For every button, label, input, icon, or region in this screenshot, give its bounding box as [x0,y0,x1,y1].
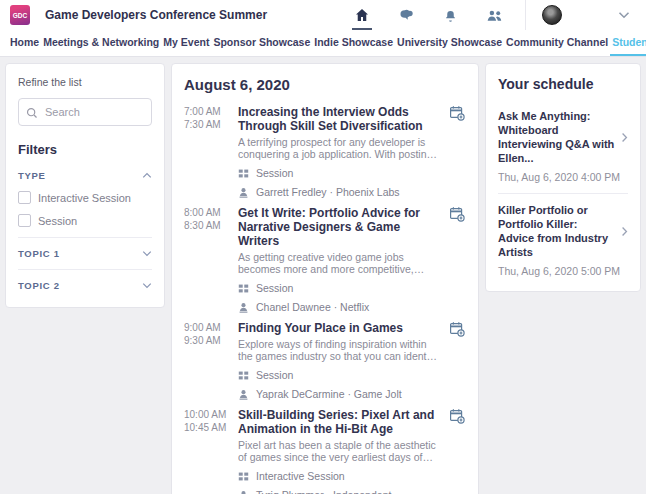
top-icons [329,0,505,30]
tab-university-showcase[interactable]: University Showcase [395,30,504,56]
session-type-label: Interactive Session [256,470,345,482]
schedule-item-datetime: Thu, Aug 6, 2020 4:00 PM [498,171,628,183]
filter-section-topic1-header[interactable]: TOPIC 1 [18,248,152,259]
tab-home[interactable]: Home [8,30,41,56]
session-time: 8:00 AM 8:30 AM [184,206,228,313]
chevron-up-icon [142,172,152,179]
date-heading: August 6, 2020 [184,76,466,93]
session-card[interactable]: 10:00 AM 10:45 AM Skill-Building Series:… [184,408,466,494]
person-icon [238,187,249,198]
grid-icon [238,471,249,482]
tab-student-channel[interactable]: Student Channel [610,30,646,56]
filter-section-type-header[interactable]: TYPE [18,170,152,181]
filters-panel: Refine the list Filters TYPE Interactive… [5,63,165,308]
search-icon [26,105,38,123]
home-icon[interactable] [351,0,373,30]
agenda-panel: August 6, 2020 7:00 AM 7:30 AM Increasin… [171,63,479,494]
app-title: Game Developers Conference Summer [45,8,267,22]
filter-section-type: TYPE Interactive Session Session [18,160,152,238]
interactive-session-checkbox[interactable] [18,191,31,204]
session-time-end: 9:30 AM [184,335,221,346]
grid-icon [238,283,249,294]
schedule-title: Your schedule [498,76,628,92]
grid-icon [238,370,249,381]
session-type-label: Session [256,167,293,179]
calendar-add-icon[interactable] [448,206,466,224]
schedule-item-title: Killer Portfolio or Portfolio Killer: Ad… [498,203,615,259]
session-time: 9:00 AM 9:30 AM [184,321,228,400]
session-time-start: 10:00 AM [184,409,226,420]
schedule-panel: Your schedule Ask Me Anything: Whiteboar… [485,63,641,292]
session-time: 7:00 AM 7:30 AM [184,105,228,198]
session-description: Pixel art has been a staple of the aesth… [238,439,438,463]
filter-section-type-label: TYPE [18,170,46,181]
session-time-start: 9:00 AM [184,322,221,333]
filter-option-interactive-session: Interactive Session [18,191,152,204]
session-title[interactable]: Get It Write: Portfolio Advice for Narra… [238,206,438,248]
tab-my-event[interactable]: My Event [161,30,211,56]
grid-icon [238,168,249,179]
filter-section-topic2: TOPIC 2 [18,270,152,301]
filter-section-topic2-label: TOPIC 2 [18,280,60,291]
schedule-item[interactable]: Killer Portfolio or Portfolio Killer: Ad… [498,194,628,279]
session-time-end: 10:45 AM [184,422,226,433]
filter-option-session: Session [18,214,152,227]
session-checkbox[interactable] [18,214,31,227]
search-input[interactable] [18,98,152,126]
session-title[interactable]: Increasing the Interview Odds Through Sk… [238,105,438,133]
session-card[interactable]: 9:00 AM 9:30 AM Finding Your Place in Ga… [184,321,466,400]
session-time: 10:00 AM 10:45 AM [184,408,228,494]
chevron-down-icon [142,250,152,257]
session-speaker: Chanel Dawnee · Netflix [256,301,369,313]
session-time-start: 8:00 AM [184,207,221,218]
tab-indie-showcase[interactable]: Indie Showcase [312,30,395,56]
tab-sponsor-showcase[interactable]: Sponsor Showcase [211,30,312,56]
people-icon[interactable] [483,0,505,30]
session-type-label: Session [256,282,293,294]
session-speaker: Garrett Fredley · Phoenix Labs [256,186,400,198]
schedule-item-title: Ask Me Anything: Whiteboard Interviewing… [498,109,615,165]
session-title[interactable]: Finding Your Place in Games [238,321,438,335]
chevron-down-icon[interactable] [618,11,630,19]
session-card[interactable]: 7:00 AM 7:30 AM Increasing the Interview… [184,105,466,198]
tab-meetings-networking[interactable]: Meetings & Networking [41,30,161,56]
bell-icon[interactable] [439,0,461,30]
user-avatar[interactable] [542,5,562,25]
filter-section-topic1: TOPIC 1 [18,238,152,270]
chevron-down-icon [142,282,152,289]
calendar-add-icon[interactable] [448,408,466,426]
session-time-start: 7:00 AM [184,106,221,117]
refine-label: Refine the list [18,76,152,88]
session-time-end: 8:30 AM [184,220,221,231]
session-description: As getting creative video game jobs beco… [238,251,438,275]
filter-section-topic1-label: TOPIC 1 [18,248,60,259]
person-icon [238,302,249,313]
top-bar: GDC Game Developers Conference Summer [0,0,646,30]
chevron-right-icon [621,226,628,237]
search-box [18,98,152,126]
session-speaker: Tyriq Plummer · Independent [256,489,391,494]
filter-section-topic2-header[interactable]: TOPIC 2 [18,280,152,291]
calendar-add-icon[interactable] [448,105,466,123]
session-description: A terrifying prospect for any developer … [238,136,438,160]
chevron-right-icon [621,132,628,143]
person-icon [238,490,249,494]
session-card[interactable]: 8:00 AM 8:30 AM Get It Write: Portfolio … [184,206,466,313]
filters-title: Filters [18,142,152,157]
main-nav: Home Meetings & Networking My Event Spon… [0,30,646,57]
chat-icon[interactable] [395,0,417,30]
schedule-item-datetime: Thu, Aug 6, 2020 5:00 PM [498,265,628,277]
session-speaker: Yaprak DeCarmine · Game Jolt [256,388,402,400]
session-type-label: Session [256,369,293,381]
person-icon [238,389,249,400]
tab-community-channel[interactable]: Community Channel [504,30,610,56]
header-divider [525,0,526,30]
schedule-item[interactable]: Ask Me Anything: Whiteboard Interviewing… [498,100,628,194]
session-time-end: 7:30 AM [184,119,221,130]
calendar-add-icon[interactable] [448,321,466,339]
session-label: Session [38,215,77,227]
interactive-session-label: Interactive Session [38,192,131,204]
session-description: Explore ways of finding inspiration with… [238,338,438,362]
session-title[interactable]: Skill-Building Series: Pixel Art and Ani… [238,408,438,436]
gdc-logo[interactable]: GDC [10,5,30,25]
